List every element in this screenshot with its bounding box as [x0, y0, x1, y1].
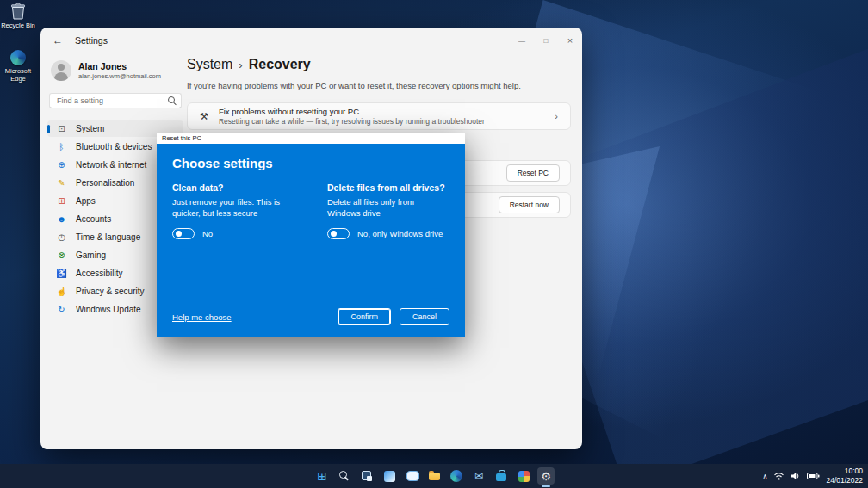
- delete-all-drives-title: Delete files from all drives?: [327, 182, 450, 193]
- window-controls: — □ ×: [510, 28, 582, 53]
- time-language-icon: ◷: [56, 232, 67, 242]
- dialog-title: Reset this PC: [162, 134, 202, 142]
- delete-all-drives-description: Delete all files only from Windows drive: [327, 197, 450, 220]
- tray-time: 10:00: [826, 466, 863, 476]
- sidebar-item-label: Windows Update: [76, 305, 141, 314]
- search-box: [49, 93, 182, 108]
- start-button[interactable]: ⊞: [313, 467, 331, 485]
- task-view-icon[interactable]: [358, 467, 375, 485]
- desktop-icon-microsoft-edge[interactable]: Microsoft Edge: [0, 50, 37, 83]
- settings-taskbar-icon[interactable]: ⚙: [537, 467, 555, 485]
- troubleshoot-card[interactable]: ⚒ Fix problems without resetting your PC…: [187, 102, 571, 130]
- reset-this-pc-dialog: Reset this PC Choose settings Clean data…: [157, 133, 465, 337]
- dialog-body: Choose settings Clean data? Just remove …: [157, 144, 465, 337]
- network-icon: ⊕: [56, 160, 67, 170]
- clean-data-title: Clean data?: [172, 182, 308, 193]
- apps-icon: ⊞: [56, 196, 67, 206]
- page-description: If you're having problems with your PC o…: [187, 81, 571, 90]
- clean-data-description: Just remove your files. This is quicker,…: [172, 197, 308, 220]
- sidebar-item-label: Personalisation: [76, 178, 134, 188]
- clock[interactable]: 10:00 24/01/2022: [826, 466, 863, 485]
- back-button[interactable]: ←: [53, 34, 63, 46]
- troubleshoot-title: Fix problems without resetting your PC: [219, 107, 485, 116]
- close-button[interactable]: ×: [558, 28, 582, 53]
- taskbar-search-icon[interactable]: [336, 467, 353, 485]
- profile-name: Alan Jones: [78, 61, 161, 71]
- profile-email: alan.jones.wm@hotmail.com: [78, 72, 161, 80]
- breadcrumb-system[interactable]: System: [187, 57, 232, 72]
- bluetooth-icon: ᛒ: [56, 142, 67, 151]
- sidebar-item-label: Apps: [76, 196, 96, 206]
- system-icon: ⊡: [56, 124, 67, 133]
- delete-all-drives-toggle[interactable]: [327, 228, 350, 239]
- delete-all-drives-option: Delete files from all drives? Delete all…: [327, 182, 450, 239]
- edge-icon: [10, 50, 26, 65]
- photos-icon[interactable]: [515, 467, 532, 485]
- cancel-button[interactable]: Cancel: [400, 308, 450, 325]
- search-icon: [166, 95, 178, 107]
- store-icon[interactable]: [493, 467, 510, 485]
- profile-block[interactable]: Alan Jones alan.jones.wm@hotmail.com: [47, 57, 183, 91]
- chevron-right-icon: ›: [555, 111, 558, 121]
- privacy-security-icon: ☝: [56, 287, 67, 296]
- sidebar-item-label: System: [76, 124, 104, 133]
- clean-data-toggle-label: No: [202, 229, 213, 238]
- sidebar-item-label: Accounts: [76, 214, 111, 224]
- windows-update-icon: ↻: [56, 305, 67, 314]
- desktop-icon-recycle-bin[interactable]: Recycle Bin: [0, 3, 37, 29]
- sidebar-item-label: Time & language: [76, 232, 140, 242]
- desktop-icon-label: Recycle Bin: [1, 22, 35, 29]
- accounts-icon: ☻: [56, 214, 67, 224]
- sidebar-item-label: Privacy & security: [76, 287, 144, 296]
- volume-icon[interactable]: [790, 472, 801, 480]
- page-title: Recovery: [249, 57, 311, 72]
- restart-now-button[interactable]: Restart now: [499, 196, 560, 213]
- gaming-icon: ⊗: [56, 250, 67, 260]
- delete-all-drives-toggle-label: No, only Windows drive: [357, 229, 443, 238]
- help-me-choose-link[interactable]: Help me choose: [172, 312, 232, 322]
- confirm-button[interactable]: Confirm: [338, 308, 391, 325]
- window-title: Settings: [75, 35, 108, 46]
- tray-date: 24/01/2022: [826, 476, 863, 485]
- sidebar-item-label: Accessibility: [76, 269, 122, 278]
- accessibility-icon: ♿: [56, 269, 67, 278]
- troubleshoot-subtitle: Resetting can take a while — first, try …: [219, 117, 485, 126]
- edge-taskbar-icon[interactable]: [448, 467, 465, 485]
- taskbar: ⊞ ✉ ⚙ ∧: [0, 464, 868, 488]
- maximize-button[interactable]: □: [534, 28, 558, 53]
- sidebar-item-label: Bluetooth & devices: [76, 142, 152, 151]
- reset-pc-button[interactable]: Reset PC: [506, 164, 560, 182]
- battery-icon[interactable]: [807, 473, 820, 479]
- search-input[interactable]: [50, 96, 166, 105]
- dialog-heading: Choose settings: [172, 156, 450, 170]
- clean-data-option: Clean data? Just remove your files. This…: [172, 182, 308, 239]
- file-explorer-icon[interactable]: [425, 467, 443, 485]
- mail-icon[interactable]: ✉: [470, 467, 487, 485]
- widgets-icon[interactable]: [381, 467, 398, 485]
- desktop: Recycle Bin Microsoft Edge ← Settings — …: [0, 0, 868, 488]
- minimize-button[interactable]: —: [510, 28, 534, 53]
- breadcrumb-separator-icon: ›: [239, 59, 242, 71]
- sidebar-item-label: Network & internet: [76, 160, 146, 170]
- tray-chevron-up-icon[interactable]: ∧: [763, 473, 768, 480]
- clean-data-toggle[interactable]: [172, 228, 195, 239]
- dialog-titlebar[interactable]: Reset this PC: [157, 133, 465, 144]
- breadcrumb: System › Recovery: [187, 57, 571, 72]
- system-tray: ∧: [763, 464, 863, 488]
- window-titlebar: ← Settings — □ ×: [40, 28, 582, 53]
- troubleshoot-icon: ⚒: [200, 111, 208, 122]
- chat-icon[interactable]: [403, 467, 420, 485]
- desktop-icon-label: Microsoft Edge: [0, 67, 37, 83]
- wifi-icon[interactable]: [773, 472, 784, 480]
- taskbar-center: ⊞ ✉ ⚙: [313, 464, 555, 488]
- recycle-bin-icon: [10, 3, 26, 20]
- sidebar-item-label: Gaming: [76, 250, 106, 260]
- avatar: [51, 60, 71, 81]
- personalisation-icon: ✎: [56, 178, 67, 188]
